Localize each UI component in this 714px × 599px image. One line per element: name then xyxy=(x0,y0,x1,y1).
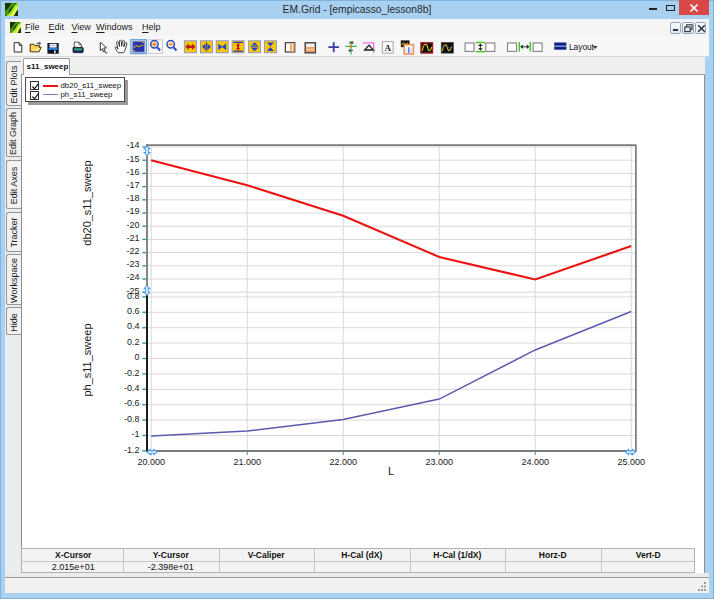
svg-text:-15: -15 xyxy=(126,154,139,164)
svg-text:0.8: 0.8 xyxy=(127,291,140,301)
svg-text:ph_s11_sweep: ph_s11_sweep xyxy=(81,323,93,396)
svg-text:0.4: 0.4 xyxy=(127,321,140,331)
svg-text:-22: -22 xyxy=(126,246,139,256)
svg-text:-0.4: -0.4 xyxy=(124,383,140,393)
svg-text:23.000: 23.000 xyxy=(425,457,453,467)
svg-text:22.000: 22.000 xyxy=(329,457,357,467)
svg-text:-14: -14 xyxy=(126,140,139,150)
svg-text:-0.8: -0.8 xyxy=(124,414,140,424)
svg-text:-1: -1 xyxy=(131,429,139,439)
svg-text:21.000: 21.000 xyxy=(233,457,261,467)
svg-text:-24: -24 xyxy=(126,272,139,282)
svg-text:db20_s11_sweep: db20_s11_sweep xyxy=(81,160,93,245)
svg-text:-19: -19 xyxy=(126,206,139,216)
svg-text:0: 0 xyxy=(134,352,139,362)
svg-text:-1.2: -1.2 xyxy=(124,445,140,455)
svg-text:25.000: 25.000 xyxy=(617,457,645,467)
svg-text:-17: -17 xyxy=(126,180,139,190)
svg-text:-23: -23 xyxy=(126,259,139,269)
svg-text:24.000: 24.000 xyxy=(521,457,549,467)
svg-text:L: L xyxy=(388,465,394,477)
svg-text:-0.2: -0.2 xyxy=(124,368,140,378)
svg-text:0.2: 0.2 xyxy=(127,337,140,347)
svg-text:0.6: 0.6 xyxy=(127,306,140,316)
svg-text:-0.6: -0.6 xyxy=(124,398,140,408)
svg-text:20.000: 20.000 xyxy=(137,457,165,467)
svg-text:-21: -21 xyxy=(126,233,139,243)
svg-text:-20: -20 xyxy=(126,220,139,230)
svg-text:-16: -16 xyxy=(126,167,139,177)
svg-text:-18: -18 xyxy=(126,193,139,203)
